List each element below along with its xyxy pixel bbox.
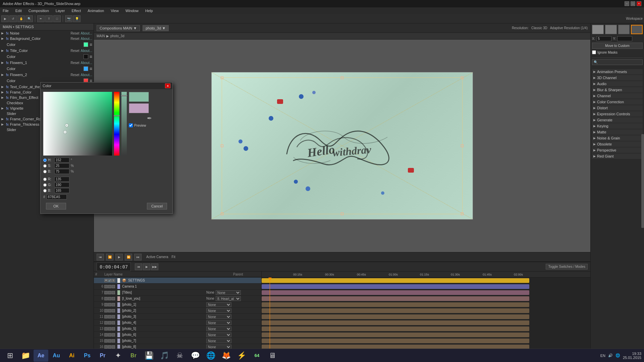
flowers2-about[interactable]: About... bbox=[81, 73, 92, 77]
layer-bg-color[interactable]: ▶ fx Background_Color Reset About... bbox=[0, 36, 94, 41]
track-bar-photo4[interactable] bbox=[262, 320, 529, 325]
menu-effect[interactable]: Effect bbox=[70, 8, 82, 13]
hex-input[interactable] bbox=[47, 194, 67, 199]
timeline-play[interactable]: ▶ bbox=[143, 263, 150, 270]
effect-header-generate[interactable]: ▶ Generate bbox=[592, 117, 643, 123]
taskbar-ps[interactable]: Ps bbox=[80, 350, 95, 362]
layer-row-photo3[interactable]: 11 [photo_3] None bbox=[94, 314, 261, 320]
s-input[interactable] bbox=[54, 163, 69, 168]
menu-edit[interactable]: Edit bbox=[14, 8, 23, 13]
taskbar-media[interactable]: 🎵 bbox=[157, 350, 172, 362]
right-scrollbar[interactable] bbox=[641, 134, 644, 228]
alpha-slider[interactable] bbox=[121, 92, 127, 156]
layer-solo-btn[interactable] bbox=[112, 291, 115, 294]
effects-search[interactable]: 🔍 bbox=[592, 59, 643, 65]
flowers1-reset[interactable]: Reset bbox=[70, 61, 79, 65]
track-bar-photo2[interactable] bbox=[262, 308, 529, 313]
playback-start[interactable]: ⏮ bbox=[97, 254, 104, 260]
layer-lock-btn[interactable] bbox=[108, 291, 111, 294]
menu-help[interactable]: Help bbox=[144, 8, 154, 13]
parent-select-photo1[interactable]: None bbox=[206, 302, 231, 307]
noise-reset[interactable]: Reset bbox=[70, 32, 79, 35]
tool-rotation[interactable]: ↺ bbox=[9, 15, 17, 22]
eyedropper-icon[interactable]: ✒ bbox=[129, 115, 170, 122]
bg-about[interactable]: About... bbox=[81, 37, 92, 41]
tool-shape[interactable]: □ bbox=[53, 15, 61, 22]
tool-camera[interactable]: 📷 bbox=[65, 15, 72, 22]
menu-file[interactable]: File bbox=[1, 8, 10, 13]
track-bar-settings[interactable] bbox=[262, 278, 529, 283]
menu-window[interactable]: Window bbox=[124, 8, 140, 13]
layer-row-photo6[interactable]: 14 [photo_6] None bbox=[94, 332, 261, 338]
layer-noise[interactable]: ▶ fx Noise Reset About... bbox=[0, 31, 94, 36]
ignore-masks-checkbox[interactable] bbox=[592, 50, 596, 54]
effect-header-animation-presets[interactable]: ▶ Animation Presets bbox=[592, 69, 643, 74]
h-radio[interactable] bbox=[43, 159, 47, 162]
playhead[interactable] bbox=[270, 278, 270, 355]
parent-select-titles[interactable]: None bbox=[216, 290, 241, 295]
menu-layer[interactable]: Layer bbox=[54, 8, 66, 13]
taskbar-thunder[interactable]: ⚡ bbox=[234, 350, 249, 362]
effect-header-noise-grain[interactable]: ▶ Noise & Grain bbox=[592, 135, 643, 141]
parent-select-iloveyou[interactable]: 8. Heart_at bbox=[216, 296, 241, 301]
g-radio[interactable] bbox=[43, 183, 47, 187]
title-reset[interactable]: Reset bbox=[70, 49, 79, 53]
taskbar-spark[interactable]: ✦ bbox=[111, 350, 125, 362]
track-bar-camera[interactable] bbox=[262, 284, 529, 289]
handle-tl[interactable] bbox=[221, 76, 223, 79]
bg-color-menu[interactable]: ≡ bbox=[90, 42, 92, 47]
effect-header-matte[interactable]: ▶ Matte bbox=[592, 129, 643, 135]
cancel-button[interactable]: Cancel bbox=[147, 203, 167, 209]
layer-row-titles[interactable]: 7 [Titles] None None bbox=[94, 290, 261, 296]
layer-audio-btn[interactable]: 🔊 bbox=[108, 279, 111, 282]
effect-header-channel[interactable]: ▶ Channel bbox=[592, 93, 643, 99]
parent-select-photo7[interactable]: None bbox=[206, 339, 231, 343]
ok-button[interactable]: OK bbox=[46, 203, 66, 209]
viewer-tab-main[interactable]: Compositions MAIN ▼ bbox=[97, 25, 140, 31]
network-icon[interactable]: 🌐 bbox=[615, 353, 620, 358]
layer-row-photo2[interactable]: 10 [photo_2] None bbox=[94, 308, 261, 314]
breadcrumb-main[interactable]: MAIN bbox=[97, 34, 105, 38]
effect-header-perspective[interactable]: ▶ Perspective bbox=[592, 147, 643, 153]
effect-header-expression-controls[interactable]: ▶ Expression Controls bbox=[592, 111, 643, 117]
parent-select-photo3[interactable]: None bbox=[206, 314, 231, 319]
close-button[interactable]: ✕ bbox=[637, 1, 641, 6]
flowers1-color-menu[interactable]: ≡ bbox=[90, 66, 92, 71]
x-input[interactable] bbox=[596, 36, 611, 41]
viewer-tab-photo[interactable]: photo_3d ▼ bbox=[143, 25, 169, 31]
layer-row-photo5[interactable]: 13 [photo_5] None bbox=[94, 326, 261, 332]
tool-text[interactable]: T bbox=[45, 15, 53, 22]
track-bar-iloveyou[interactable] bbox=[262, 296, 529, 301]
effect-header-blur[interactable]: ▶ Blur & Sharpen bbox=[592, 87, 643, 93]
track-bar-photo5[interactable] bbox=[262, 326, 529, 331]
layer-solo-btn[interactable] bbox=[112, 285, 115, 288]
layer-row-iloveyou[interactable]: 8 [I_love_you] None 8. Heart_at bbox=[94, 296, 261, 302]
preview-checkbox[interactable] bbox=[129, 123, 133, 127]
bg-color-swatch[interactable] bbox=[84, 42, 88, 47]
taskbar-au[interactable]: Au bbox=[49, 350, 64, 362]
parent-select-photo6[interactable]: None bbox=[206, 333, 231, 337]
effect-header-color-correction[interactable]: ▶ Color Correction bbox=[592, 99, 643, 105]
layer-solo-btn[interactable] bbox=[112, 297, 115, 300]
playback-next[interactable]: ⏩ bbox=[125, 254, 132, 260]
taskbar-browser[interactable]: 🌐 bbox=[203, 350, 218, 362]
noise-about[interactable]: About... bbox=[81, 32, 92, 35]
menu-view[interactable]: View bbox=[109, 8, 120, 13]
taskbar-firefox[interactable]: 🦊 bbox=[219, 350, 233, 362]
tool-light[interactable]: 💡 bbox=[73, 15, 80, 22]
parent-select-photo4[interactable]: None bbox=[206, 320, 231, 325]
taskbar-br[interactable]: Br bbox=[126, 350, 141, 362]
taskbar-explorer[interactable]: 📁 bbox=[18, 350, 33, 362]
layer-flowers1[interactable]: ▶ fx Flowers_1 Reset About... bbox=[0, 60, 94, 65]
taskbar-ai[interactable]: Ai bbox=[64, 350, 79, 362]
handle-br[interactable] bbox=[461, 213, 464, 215]
handle-bl[interactable] bbox=[221, 213, 223, 215]
maximize-button[interactable]: □ bbox=[631, 1, 635, 6]
g-input[interactable] bbox=[54, 182, 69, 187]
effect-header-obsolete[interactable]: ▶ Obsolete bbox=[592, 141, 643, 147]
track-bar-photo6[interactable] bbox=[262, 333, 529, 337]
track-bar-photo3[interactable] bbox=[262, 314, 529, 319]
layer-vis-btn[interactable] bbox=[104, 303, 108, 306]
taskbar-chat[interactable]: 💬 bbox=[188, 350, 203, 362]
layer-row-photo4[interactable]: 12 [photo_4] None bbox=[94, 320, 261, 326]
